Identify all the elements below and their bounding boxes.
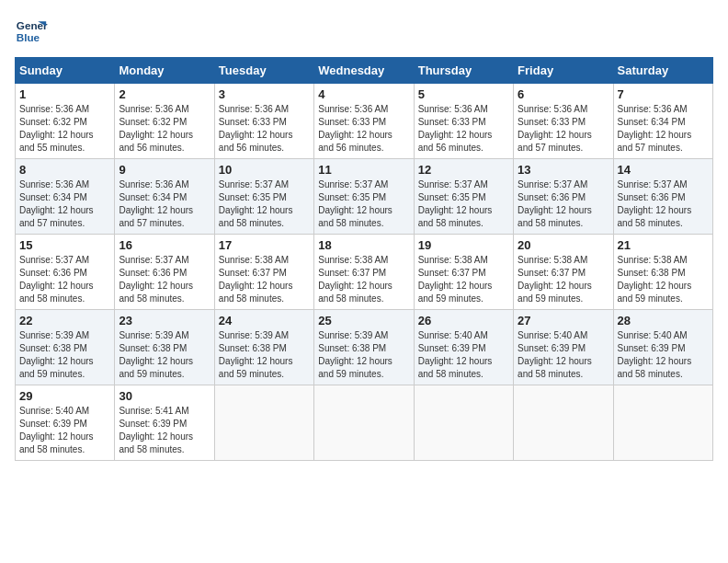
page-header: General Blue (15, 15, 713, 48)
logo-icon: General Blue (15, 15, 48, 48)
calendar-week-row: 15Sunrise: 5:37 AMSunset: 6:36 PMDayligh… (16, 235, 713, 310)
day-number: 24 (219, 314, 310, 327)
calendar-cell (514, 385, 613, 461)
calendar-cell (414, 385, 513, 461)
calendar-cell: 4Sunrise: 5:36 AMSunset: 6:33 PMDaylight… (314, 84, 414, 159)
logo: General Blue (15, 15, 48, 48)
calendar-cell: 6Sunrise: 5:36 AMSunset: 6:33 PMDaylight… (514, 84, 613, 159)
calendar-cell: 3Sunrise: 5:36 AMSunset: 6:33 PMDaylight… (214, 84, 313, 159)
calendar-cell: 14Sunrise: 5:37 AMSunset: 6:36 PMDayligh… (613, 159, 712, 235)
day-number: 19 (418, 238, 509, 252)
day-number: 23 (119, 314, 210, 327)
day-info: Sunrise: 5:37 AMSunset: 6:36 PMDaylight:… (518, 178, 609, 230)
weekday-header-wednesday: Wednesday (314, 58, 414, 84)
weekday-header-tuesday: Tuesday (214, 58, 313, 84)
day-number: 11 (318, 163, 409, 177)
day-number: 9 (119, 163, 210, 177)
calendar-cell: 7Sunrise: 5:36 AMSunset: 6:34 PMDaylight… (613, 84, 712, 159)
svg-text:Blue: Blue (17, 31, 40, 43)
day-info: Sunrise: 5:38 AMSunset: 6:37 PMDaylight:… (219, 254, 310, 305)
calendar-cell: 2Sunrise: 5:36 AMSunset: 6:32 PMDaylight… (115, 84, 214, 159)
day-info: Sunrise: 5:36 AMSunset: 6:32 PMDaylight:… (119, 103, 210, 155)
calendar-cell: 13Sunrise: 5:37 AMSunset: 6:36 PMDayligh… (514, 159, 613, 235)
day-number: 8 (19, 163, 110, 177)
calendar-cell: 27Sunrise: 5:40 AMSunset: 6:39 PMDayligh… (514, 310, 613, 385)
day-info: Sunrise: 5:37 AMSunset: 6:35 PMDaylight:… (418, 178, 509, 230)
day-info: Sunrise: 5:38 AMSunset: 6:37 PMDaylight:… (318, 254, 409, 305)
day-info: Sunrise: 5:36 AMSunset: 6:34 PMDaylight:… (19, 178, 110, 230)
day-info: Sunrise: 5:39 AMSunset: 6:38 PMDaylight:… (219, 329, 310, 381)
calendar-cell: 9Sunrise: 5:36 AMSunset: 6:34 PMDaylight… (115, 159, 214, 235)
day-info: Sunrise: 5:36 AMSunset: 6:33 PMDaylight:… (418, 103, 509, 155)
calendar-cell: 17Sunrise: 5:38 AMSunset: 6:37 PMDayligh… (214, 235, 313, 310)
calendar-cell (214, 385, 313, 461)
day-number: 27 (518, 314, 609, 327)
day-info: Sunrise: 5:40 AMSunset: 6:39 PMDaylight:… (418, 329, 509, 381)
day-number: 13 (518, 163, 609, 177)
day-info: Sunrise: 5:40 AMSunset: 6:39 PMDaylight:… (518, 329, 609, 381)
day-number: 30 (119, 389, 210, 403)
day-number: 25 (318, 314, 409, 327)
day-info: Sunrise: 5:40 AMSunset: 6:39 PMDaylight:… (618, 329, 709, 381)
weekday-header-thursday: Thursday (414, 58, 513, 84)
day-number: 5 (418, 87, 509, 101)
day-number: 29 (19, 389, 110, 403)
day-number: 16 (119, 238, 210, 252)
day-info: Sunrise: 5:38 AMSunset: 6:37 PMDaylight:… (418, 254, 509, 305)
calendar-cell: 30Sunrise: 5:41 AMSunset: 6:39 PMDayligh… (115, 385, 214, 461)
calendar-cell: 23Sunrise: 5:39 AMSunset: 6:38 PMDayligh… (115, 310, 214, 385)
day-info: Sunrise: 5:38 AMSunset: 6:37 PMDaylight:… (518, 254, 609, 305)
calendar-cell: 22Sunrise: 5:39 AMSunset: 6:38 PMDayligh… (16, 310, 115, 385)
calendar-cell: 1Sunrise: 5:36 AMSunset: 6:32 PMDaylight… (16, 84, 115, 159)
day-info: Sunrise: 5:40 AMSunset: 6:39 PMDaylight:… (19, 405, 110, 456)
calendar-week-row: 8Sunrise: 5:36 AMSunset: 6:34 PMDaylight… (16, 159, 713, 235)
calendar-cell: 29Sunrise: 5:40 AMSunset: 6:39 PMDayligh… (16, 385, 115, 461)
day-info: Sunrise: 5:36 AMSunset: 6:32 PMDaylight:… (19, 103, 110, 155)
calendar-cell: 12Sunrise: 5:37 AMSunset: 6:35 PMDayligh… (414, 159, 513, 235)
day-number: 10 (219, 163, 310, 177)
day-info: Sunrise: 5:38 AMSunset: 6:38 PMDaylight:… (618, 254, 709, 305)
day-number: 7 (618, 87, 709, 101)
calendar-cell: 20Sunrise: 5:38 AMSunset: 6:37 PMDayligh… (514, 235, 613, 310)
calendar-cell: 24Sunrise: 5:39 AMSunset: 6:38 PMDayligh… (214, 310, 313, 385)
calendar-cell (314, 385, 414, 461)
day-info: Sunrise: 5:36 AMSunset: 6:34 PMDaylight:… (119, 178, 210, 230)
weekday-header-friday: Friday (514, 58, 613, 84)
day-info: Sunrise: 5:37 AMSunset: 6:36 PMDaylight:… (618, 178, 709, 230)
day-info: Sunrise: 5:39 AMSunset: 6:38 PMDaylight:… (119, 329, 210, 381)
calendar-cell: 26Sunrise: 5:40 AMSunset: 6:39 PMDayligh… (414, 310, 513, 385)
calendar-week-row: 1Sunrise: 5:36 AMSunset: 6:32 PMDaylight… (16, 84, 713, 159)
weekday-header-sunday: Sunday (16, 58, 115, 84)
calendar-cell: 28Sunrise: 5:40 AMSunset: 6:39 PMDayligh… (613, 310, 712, 385)
day-number: 22 (19, 314, 110, 327)
calendar-cell: 11Sunrise: 5:37 AMSunset: 6:35 PMDayligh… (314, 159, 414, 235)
day-info: Sunrise: 5:37 AMSunset: 6:35 PMDaylight:… (219, 178, 310, 230)
day-number: 14 (618, 163, 709, 177)
calendar-cell: 19Sunrise: 5:38 AMSunset: 6:37 PMDayligh… (414, 235, 513, 310)
calendar-cell: 10Sunrise: 5:37 AMSunset: 6:35 PMDayligh… (214, 159, 313, 235)
day-info: Sunrise: 5:36 AMSunset: 6:33 PMDaylight:… (318, 103, 409, 155)
day-info: Sunrise: 5:37 AMSunset: 6:36 PMDaylight:… (119, 254, 210, 305)
day-number: 18 (318, 238, 409, 252)
weekday-header-saturday: Saturday (613, 58, 712, 84)
day-info: Sunrise: 5:39 AMSunset: 6:38 PMDaylight:… (19, 329, 110, 381)
day-number: 15 (19, 238, 110, 252)
calendar-cell: 21Sunrise: 5:38 AMSunset: 6:38 PMDayligh… (613, 235, 712, 310)
calendar-cell: 16Sunrise: 5:37 AMSunset: 6:36 PMDayligh… (115, 235, 214, 310)
calendar-cell: 15Sunrise: 5:37 AMSunset: 6:36 PMDayligh… (16, 235, 115, 310)
day-number: 21 (618, 238, 709, 252)
calendar-cell: 5Sunrise: 5:36 AMSunset: 6:33 PMDaylight… (414, 84, 513, 159)
weekday-header-row: SundayMondayTuesdayWednesdayThursdayFrid… (16, 58, 713, 84)
day-number: 6 (518, 87, 609, 101)
day-info: Sunrise: 5:39 AMSunset: 6:38 PMDaylight:… (318, 329, 409, 381)
day-info: Sunrise: 5:37 AMSunset: 6:36 PMDaylight:… (19, 254, 110, 305)
day-number: 17 (219, 238, 310, 252)
day-number: 3 (219, 87, 310, 101)
calendar-cell (613, 385, 712, 461)
weekday-header-monday: Monday (115, 58, 214, 84)
calendar-cell: 25Sunrise: 5:39 AMSunset: 6:38 PMDayligh… (314, 310, 414, 385)
day-info: Sunrise: 5:36 AMSunset: 6:33 PMDaylight:… (219, 103, 310, 155)
calendar-week-row: 22Sunrise: 5:39 AMSunset: 6:38 PMDayligh… (16, 310, 713, 385)
calendar-cell: 8Sunrise: 5:36 AMSunset: 6:34 PMDaylight… (16, 159, 115, 235)
calendar-week-row: 29Sunrise: 5:40 AMSunset: 6:39 PMDayligh… (16, 385, 713, 461)
